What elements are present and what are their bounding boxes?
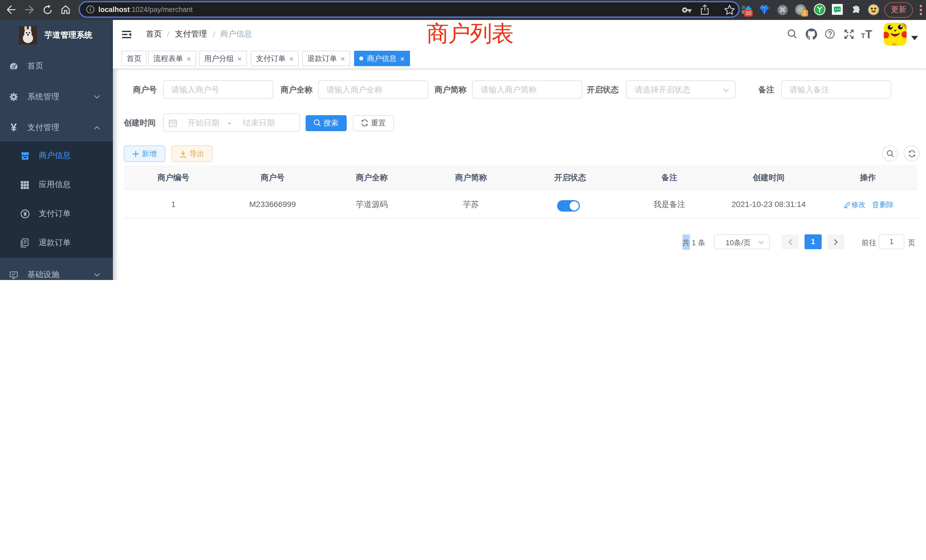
svg-text:⌘: ⌘ xyxy=(779,6,786,14)
